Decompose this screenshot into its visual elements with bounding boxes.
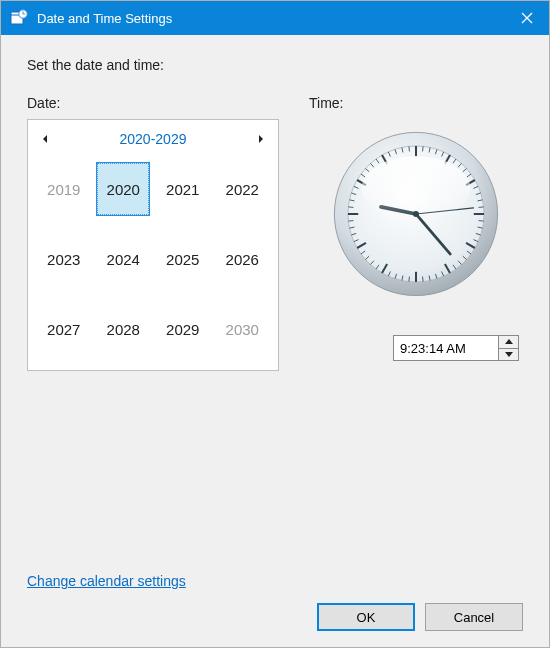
next-button[interactable] <box>254 132 268 146</box>
year-cell[interactable]: 2022 <box>216 163 268 215</box>
clock-box <box>321 123 511 299</box>
time-up-button[interactable] <box>499 336 518 348</box>
change-calendar-settings-link[interactable]: Change calendar settings <box>27 573 186 589</box>
dialog-buttons: OK Cancel <box>27 595 523 631</box>
svg-line-53 <box>348 221 353 222</box>
cancel-button[interactable]: Cancel <box>425 603 523 631</box>
svg-line-40 <box>409 277 410 282</box>
svg-line-25 <box>479 221 484 222</box>
window-title: Date and Time Settings <box>37 11 172 26</box>
year-cell[interactable]: 2020 <box>97 163 149 215</box>
calendar-header: 2020-2029 <box>34 124 272 154</box>
date-panel: Date: 2020-2029 201920202021202220232024… <box>27 95 279 371</box>
year-cell[interactable]: 2027 <box>38 303 90 355</box>
svg-line-68 <box>409 146 410 151</box>
year-cell[interactable]: 2028 <box>97 303 149 355</box>
titlebar: Date and Time Settings <box>1 1 549 35</box>
svg-line-38 <box>423 277 424 282</box>
calendar: 2020-2029 201920202021202220232024202520… <box>27 119 279 371</box>
year-cell[interactable]: 2021 <box>157 163 209 215</box>
ok-button[interactable]: OK <box>317 603 415 631</box>
time-panel: Time: <box>309 95 523 371</box>
datetime-icon <box>9 8 29 28</box>
svg-line-23 <box>479 207 484 208</box>
dialog-content: Set the date and time: Date: 2020-2029 2… <box>1 35 549 647</box>
time-down-button[interactable] <box>499 348 518 361</box>
close-icon <box>521 12 533 24</box>
year-cell[interactable]: 2019 <box>38 163 90 215</box>
chevron-left-icon <box>41 134 49 144</box>
chevron-right-icon <box>257 134 265 144</box>
svg-line-55 <box>348 207 353 208</box>
time-spinner <box>499 335 519 361</box>
panels: Date: 2020-2029 201920202021202220232024… <box>27 95 523 371</box>
chevron-up-icon <box>505 339 513 344</box>
date-label: Date: <box>27 95 279 111</box>
prev-button[interactable] <box>38 132 52 146</box>
time-label: Time: <box>309 95 343 111</box>
instruction-text: Set the date and time: <box>27 57 523 73</box>
year-grid: 2019202020212022202320242025202620272028… <box>34 154 272 364</box>
year-cell[interactable]: 2023 <box>38 233 90 285</box>
time-stepper: 9:23:14 AM <box>393 335 519 361</box>
chevron-down-icon <box>505 352 513 357</box>
svg-line-10 <box>423 146 424 151</box>
time-input[interactable]: 9:23:14 AM <box>393 335 499 361</box>
svg-point-73 <box>413 211 419 217</box>
year-cell[interactable]: 2026 <box>216 233 268 285</box>
year-cell[interactable]: 2024 <box>97 233 149 285</box>
year-cell[interactable]: 2025 <box>157 233 209 285</box>
analog-clock <box>331 129 501 299</box>
decade-label[interactable]: 2020-2029 <box>120 131 187 147</box>
year-cell[interactable]: 2029 <box>157 303 209 355</box>
close-button[interactable] <box>505 1 549 35</box>
year-cell[interactable]: 2030 <box>216 303 268 355</box>
